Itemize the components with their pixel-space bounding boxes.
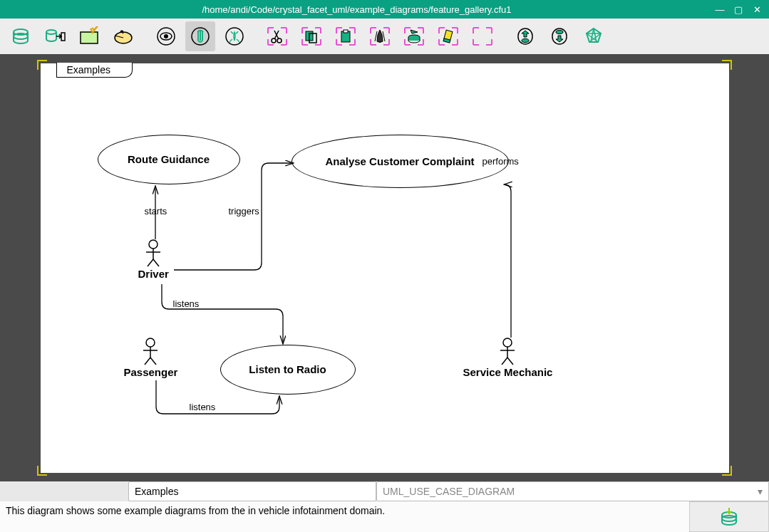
- svg-point-24: [149, 240, 158, 249]
- redo-button[interactable]: [545, 21, 574, 51]
- relation-label-starts[interactable]: starts: [145, 206, 167, 217]
- svg-point-10: [226, 28, 243, 45]
- open-db-button[interactable]: [40, 21, 70, 51]
- svg-line-37: [502, 358, 507, 365]
- diagram-type-value: UML_USE_CASE_DIAGRAM: [383, 486, 515, 497]
- relation-label-listens[interactable]: listens: [173, 298, 200, 309]
- view-tool-button[interactable]: [151, 21, 181, 51]
- description-area: This diagram shows some example diagrams…: [0, 501, 769, 532]
- titlebar: /home/andi/Code/crystal_facet_uml/exampl…: [0, 0, 769, 19]
- svg-line-38: [507, 358, 513, 365]
- paste-button[interactable]: [331, 21, 361, 51]
- new-window-button[interactable]: [74, 21, 104, 51]
- actor-icon: [497, 338, 518, 366]
- usecase-route-guidance[interactable]: Route Guidance: [98, 135, 240, 184]
- svg-point-21: [522, 39, 529, 43]
- instantiate-button[interactable]: [399, 21, 429, 51]
- cut-button[interactable]: [262, 21, 292, 51]
- svg-point-8: [164, 34, 168, 38]
- svg-line-32: [145, 358, 150, 365]
- usecase-listen-radio[interactable]: Listen to Radio: [220, 345, 356, 395]
- highlight-button[interactable]: [433, 21, 463, 51]
- save-db-icon: [718, 506, 740, 528]
- property-bar: UML_USE_CASE_DIAGRAM ▾: [0, 481, 769, 501]
- actor-label: Passenger: [124, 366, 178, 378]
- actor-icon: [143, 239, 164, 268]
- svg-point-12: [277, 38, 282, 43]
- toolbar: [0, 19, 769, 54]
- relation-label-listens[interactable]: listens: [190, 402, 216, 412]
- diagram-name-input[interactable]: [128, 481, 376, 501]
- about-button[interactable]: [579, 21, 609, 51]
- svg-line-33: [150, 358, 156, 365]
- svg-point-23: [556, 31, 563, 34]
- actor-label: Driver: [138, 268, 169, 280]
- svg-point-34: [503, 338, 512, 347]
- svg-rect-16: [344, 30, 348, 33]
- svg-line-28: [153, 259, 159, 266]
- relation-label-performs[interactable]: performs: [482, 156, 519, 167]
- minimize-button[interactable]: —: [713, 4, 726, 15]
- svg-rect-4: [81, 32, 98, 43]
- new-db-button[interactable]: [6, 21, 36, 51]
- usecase-analyse-complaint[interactable]: Analyse Customer Complaint: [291, 135, 509, 188]
- reset-selection-button[interactable]: [468, 21, 497, 51]
- create-tool-button[interactable]: [220, 21, 249, 51]
- actor-driver[interactable]: Driver: [138, 239, 169, 280]
- delete-button[interactable]: [365, 21, 395, 51]
- close-button[interactable]: ✕: [750, 4, 763, 15]
- svg-point-11: [272, 38, 276, 43]
- window-title: /home/andi/Code/crystal_facet_uml/exampl…: [6, 4, 708, 15]
- diagram-canvas[interactable]: Examples Route Guidance Analyse Customer…: [41, 63, 729, 473]
- edit-tool-button[interactable]: [185, 21, 215, 51]
- actor-service-mechanic[interactable]: Service Mechanic: [463, 338, 553, 378]
- actor-passenger[interactable]: Passenger: [124, 338, 178, 378]
- canvas-area: Examples Route Guidance Analyse Customer…: [0, 54, 769, 481]
- commit-button[interactable]: [689, 501, 769, 532]
- description-text[interactable]: This diagram shows some example diagrams…: [0, 501, 689, 532]
- svg-point-29: [146, 338, 155, 347]
- svg-line-27: [148, 259, 153, 266]
- diagram-type-dropdown[interactable]: UML_USE_CASE_DIAGRAM ▾: [376, 481, 769, 501]
- svg-rect-3: [61, 33, 65, 41]
- export-button[interactable]: [108, 21, 138, 51]
- diagram-tab-label[interactable]: Examples: [56, 63, 133, 78]
- maximize-button[interactable]: ▢: [732, 4, 745, 15]
- actor-icon: [140, 338, 161, 366]
- relation-label-triggers[interactable]: triggers: [229, 206, 259, 217]
- spacer: [0, 481, 128, 501]
- chevron-down-icon: ▾: [758, 486, 763, 497]
- undo-button[interactable]: [510, 21, 540, 51]
- copy-button[interactable]: [296, 21, 326, 51]
- actor-label: Service Mechanic: [463, 366, 553, 378]
- svg-point-2: [46, 30, 56, 34]
